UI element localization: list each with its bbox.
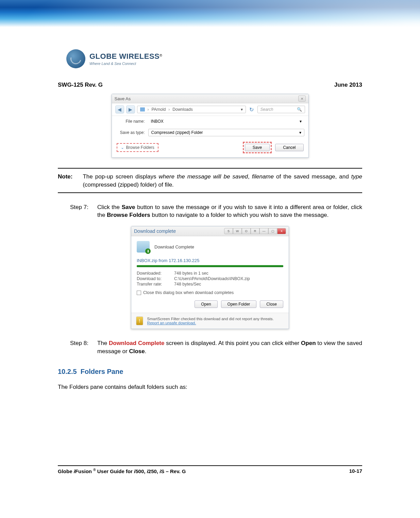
save-button-highlight: Save bbox=[243, 142, 272, 153]
folder-icon bbox=[140, 107, 145, 111]
dialog-title: Save As bbox=[115, 96, 131, 101]
minimize-button[interactable]: — bbox=[259, 228, 268, 234]
step-8-label: Step 8: bbox=[70, 339, 88, 356]
chevron-down-icon[interactable]: ▾ bbox=[241, 107, 243, 112]
search-icon: 🔍 bbox=[297, 107, 302, 112]
browse-folders-label: Browse Folders bbox=[126, 145, 154, 150]
dl-heading: Download Complete bbox=[154, 244, 194, 249]
report-link[interactable]: Report an unsafe download. bbox=[147, 321, 196, 325]
downloaded-value: 748 bytes in 1 sec bbox=[174, 271, 208, 276]
section-heading: 10.2.5 Folders Pane bbox=[58, 368, 362, 376]
close-icon[interactable]: ✕ bbox=[298, 96, 306, 102]
chevron-down-icon: ⌄ bbox=[121, 145, 124, 150]
window-buttons: S W O R — ▢ X bbox=[224, 228, 286, 234]
breadcrumb[interactable]: › PArnold › Downloads ▾ bbox=[137, 106, 246, 113]
close-button[interactable]: X bbox=[277, 228, 286, 234]
open-button[interactable]: Open bbox=[195, 300, 217, 308]
footer-left: Globe iFusion ® User Guide for i500, i25… bbox=[58, 468, 186, 474]
browse-folders-button[interactable]: ⌄ Browse Folders bbox=[117, 143, 158, 152]
filename-value: INBOX bbox=[151, 119, 164, 124]
header-banner bbox=[0, 0, 420, 49]
step-7-text: Click the Save button to save the messag… bbox=[97, 203, 362, 220]
refresh-icon[interactable]: ↻ bbox=[248, 106, 255, 113]
dl-source: INBOX.zip from 172.16.130.225 bbox=[131, 256, 289, 264]
brand-name: GLOBE WIRELESS bbox=[89, 52, 159, 61]
titlebar-r-button[interactable]: R bbox=[251, 228, 259, 234]
close-button[interactable]: Close bbox=[260, 300, 283, 308]
filetype-value: Compressed (zipped) Folder bbox=[151, 130, 203, 135]
brand-tagline: Where Land & Sea Connect bbox=[89, 62, 162, 66]
step-7-label: Step 7: bbox=[70, 203, 88, 220]
open-folder-button[interactable]: Open Folder bbox=[221, 300, 257, 308]
chevron-down-icon[interactable]: ▾ bbox=[299, 130, 301, 135]
note-label: Note: bbox=[58, 173, 72, 189]
shield-icon: ! bbox=[136, 316, 143, 325]
downloaded-label: Downloaded: bbox=[137, 271, 174, 276]
save-as-dialog: Save As ✕ ◀ ▶ › PArnold › Downloads ▾ ↻ … bbox=[112, 94, 309, 158]
smartscreen-text: SmartScreen Filter checked this download… bbox=[147, 317, 284, 325]
dl-title: Download complete bbox=[134, 228, 176, 234]
transferrate-value: 748 bytes/Sec bbox=[174, 282, 201, 287]
save-button[interactable]: Save bbox=[245, 144, 270, 151]
doc-date: June 2013 bbox=[334, 82, 362, 88]
reg-mark: ® bbox=[159, 54, 162, 57]
step-8-text: The Download Complete screen is displaye… bbox=[97, 339, 362, 356]
nav-forward-button[interactable]: ▶ bbox=[126, 105, 135, 114]
doc-id: SWG-125 Rev. G bbox=[58, 82, 103, 88]
close-dialog-checkbox[interactable] bbox=[137, 291, 141, 295]
cancel-button[interactable]: Cancel bbox=[275, 144, 303, 151]
crumb-part1: PArnold bbox=[152, 107, 166, 112]
search-placeholder: Search bbox=[261, 107, 273, 112]
chevron-down-icon[interactable]: ▾ bbox=[300, 119, 302, 124]
globe-logo-icon bbox=[66, 49, 85, 68]
progress-bar bbox=[137, 265, 283, 267]
transferrate-label: Transfer rate: bbox=[137, 282, 174, 287]
titlebar-w-button[interactable]: W bbox=[233, 228, 242, 234]
search-input[interactable]: Search 🔍 bbox=[257, 106, 305, 113]
crumb-part2: Downloads bbox=[172, 107, 192, 112]
filetype-field[interactable]: Compressed (zipped) Folder ▾ bbox=[148, 129, 304, 136]
filename-field[interactable]: INBOX ▾ bbox=[148, 118, 304, 125]
maximize-button[interactable]: ▢ bbox=[268, 228, 277, 234]
downloadto-label: Download to: bbox=[137, 276, 174, 281]
downloadto-value: C:\Users\PArnold\Downloads\INBOX.zip bbox=[174, 276, 250, 281]
divider bbox=[58, 192, 362, 193]
filename-label: File name: bbox=[116, 119, 145, 124]
close-dialog-label: Close this dialog box when download comp… bbox=[143, 290, 234, 295]
filetype-label: Save as type: bbox=[116, 130, 145, 135]
titlebar-s-button[interactable]: S bbox=[224, 228, 233, 234]
download-complete-dialog: Download complete S W O R — ▢ X Download… bbox=[131, 226, 289, 329]
logo: GLOBE WIRELESS® Where Land & Sea Connect bbox=[66, 49, 162, 68]
section-intro: The Folders pane contains default folder… bbox=[58, 384, 362, 391]
nav-back-button[interactable]: ◀ bbox=[115, 105, 124, 114]
footer-page: 10-17 bbox=[349, 468, 362, 474]
download-icon bbox=[137, 241, 150, 253]
note-text: The pop-up screen displays where the mes… bbox=[83, 173, 362, 189]
titlebar-o-button[interactable]: O bbox=[242, 228, 251, 234]
